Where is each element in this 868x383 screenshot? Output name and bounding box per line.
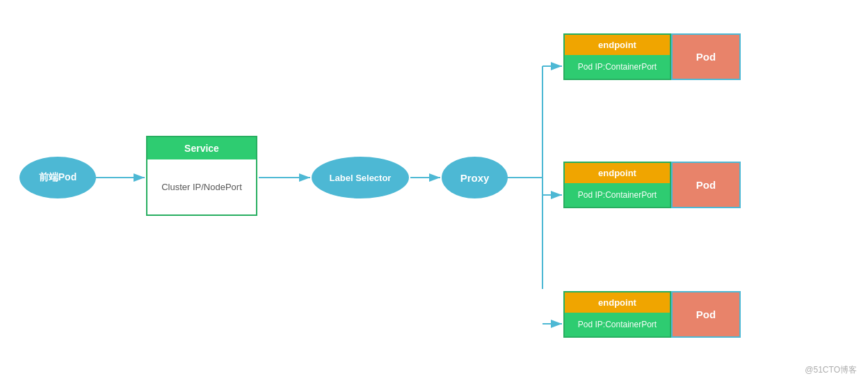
qianduan-pod-node: 前端Pod (19, 157, 96, 198)
service-header: Service (147, 137, 256, 159)
label-selector-node: Label Selector (312, 157, 409, 198)
endpoint-header-bottom: endpoint (565, 292, 670, 313)
proxy-node: Proxy (442, 157, 508, 198)
pod-box-top: Pod (671, 33, 741, 80)
endpoint-group-top: endpoint Pod IP:ContainerPort Pod (563, 33, 741, 80)
label-selector-label: Label Selector (330, 173, 392, 183)
pod-label-mid: Pod (696, 179, 716, 191)
endpoint-box-bottom: endpoint Pod IP:ContainerPort (563, 291, 671, 338)
proxy-label: Proxy (460, 172, 490, 184)
endpoint-group-bottom: endpoint Pod IP:ContainerPort Pod (563, 291, 741, 338)
diagram-container: 前端Pod Service Cluster IP/NodePort Label … (0, 0, 868, 383)
service-body: Cluster IP/NodePort (161, 159, 242, 214)
endpoint-header-mid: endpoint (565, 163, 670, 183)
qianduan-label: 前端Pod (39, 171, 77, 184)
endpoint-body-bottom: Pod IP:ContainerPort (565, 313, 670, 336)
endpoint-body-top: Pod IP:ContainerPort (565, 55, 670, 79)
service-node: Service Cluster IP/NodePort (146, 136, 257, 216)
pod-label-bottom: Pod (696, 308, 716, 320)
pod-label-top: Pod (696, 51, 716, 63)
watermark: @51CTO博客 (805, 364, 857, 376)
endpoint-header-top: endpoint (565, 35, 670, 55)
endpoint-group-mid: endpoint Pod IP:ContainerPort Pod (563, 162, 741, 208)
pod-box-bottom: Pod (671, 291, 741, 338)
endpoint-box-top: endpoint Pod IP:ContainerPort (563, 33, 671, 80)
endpoint-box-mid: endpoint Pod IP:ContainerPort (563, 162, 671, 208)
pod-box-mid: Pod (671, 162, 741, 208)
endpoint-body-mid: Pod IP:ContainerPort (565, 183, 670, 207)
